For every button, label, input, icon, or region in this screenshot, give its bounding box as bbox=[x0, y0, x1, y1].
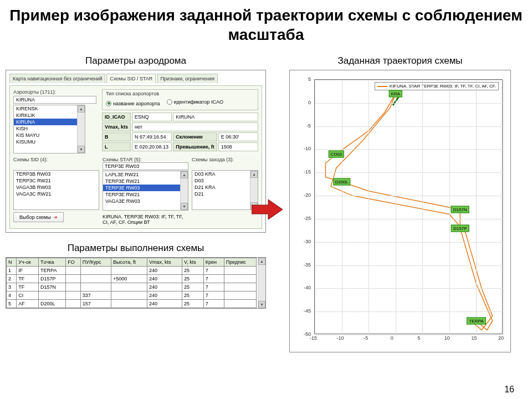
scroll-down-icon[interactable]: ▼ bbox=[78, 146, 85, 153]
choose-scheme-button[interactable]: Выбор схемы ➜ bbox=[13, 212, 64, 222]
list-item[interactable]: D03 KRA bbox=[192, 171, 258, 177]
table-cell: 4 bbox=[7, 291, 17, 300]
scroll-up-icon[interactable]: ▲ bbox=[78, 105, 85, 112]
table-row[interactable]: 5AFD200L157240257 bbox=[7, 300, 257, 308]
table-row[interactable]: 2TFD157P+5000240257 bbox=[7, 275, 257, 283]
sid-list[interactable]: TERP3B RW03 TERP3C RW21 VAGA3B RW03 VAGA… bbox=[13, 170, 99, 210]
scroll-down-icon[interactable]: ▼ bbox=[258, 301, 265, 308]
list-item[interactable]: TERP3B RW03 bbox=[14, 171, 99, 177]
x-tick-label: -10 bbox=[337, 335, 344, 341]
params-table-wrap: NУч-окТoчкаFOПУ/КурсВысота, ftVmax, ktsV… bbox=[6, 257, 266, 309]
table-cell: 25 bbox=[182, 291, 203, 300]
scrollbar[interactable]: ▲ ▼ bbox=[258, 258, 265, 308]
scrollbar[interactable]: ▲ ▼ bbox=[180, 171, 188, 210]
table-cell: D157P bbox=[39, 275, 66, 283]
waypoint-label: CD03 bbox=[329, 150, 344, 157]
x-tick-label: 20 bbox=[498, 335, 504, 341]
scrollbar[interactable]: ▲ ▼ bbox=[77, 105, 85, 153]
page-number: 16 bbox=[504, 385, 514, 395]
table-cell bbox=[66, 267, 80, 275]
table-row[interactable]: 1IFTERPA240257 bbox=[7, 267, 257, 275]
list-item[interactable]: KIRUNA bbox=[14, 119, 85, 125]
airport-top-field[interactable]: KIRUNA bbox=[13, 96, 96, 104]
table-header: Тoчка bbox=[39, 258, 66, 267]
list-item[interactable]: KISH bbox=[14, 125, 85, 132]
table-cell: 240 bbox=[147, 283, 182, 291]
waypoint-label: TERPA bbox=[467, 317, 485, 324]
params-table: NУч-окТoчкаFOПУ/КурсВысота, ftVmax, ktsV… bbox=[6, 258, 257, 308]
list-item[interactable]: D21 KRA bbox=[192, 184, 258, 191]
listtype-legend: Тип списка аэропортов bbox=[106, 91, 254, 96]
y-tick-label: 0 bbox=[294, 100, 311, 105]
list-item[interactable]: VAGA3E RW03 bbox=[103, 198, 188, 204]
y-tick-label: -15 bbox=[294, 169, 311, 175]
x-tick-label: 15 bbox=[471, 335, 477, 341]
y-tick-label: -5 bbox=[294, 123, 311, 129]
table-cell bbox=[111, 300, 147, 308]
radio-icon bbox=[106, 101, 111, 106]
table-cell: D157N bbox=[39, 283, 66, 291]
prev-value: 1508 bbox=[218, 142, 258, 151]
big-arrow-icon bbox=[252, 198, 284, 222]
table-cell: 3 bbox=[7, 283, 17, 291]
scroll-up-icon[interactable]: ▲ bbox=[250, 171, 258, 178]
scroll-up-icon[interactable]: ▲ bbox=[181, 171, 188, 178]
radio-icao[interactable]: идентификатор ICAO bbox=[167, 99, 223, 105]
y-tick-label: -50 bbox=[294, 331, 311, 337]
radio-name[interactable]: название аэропорта bbox=[106, 101, 160, 106]
table-row[interactable]: 3TFD157N240257 bbox=[7, 283, 257, 291]
y-tick-label: -35 bbox=[294, 262, 311, 268]
table-cell: +5000 bbox=[111, 275, 147, 283]
x-tick-label: 5 bbox=[417, 335, 420, 341]
airport-list[interactable]: KIRENSK KIRKLIK KIRUNA KISH KIS MAYU KIS… bbox=[13, 105, 85, 154]
table-header: Vmax, kts bbox=[147, 258, 182, 267]
list-item[interactable]: TERP3E RW21 bbox=[103, 191, 188, 198]
list-item[interactable]: KIRENSK bbox=[14, 105, 85, 112]
table-cell bbox=[224, 300, 256, 308]
list-item[interactable]: TERP3E RW21 bbox=[103, 178, 188, 185]
table-header: Предпис bbox=[224, 258, 256, 267]
tab-map[interactable]: Карта навигационная без ограничений bbox=[9, 74, 105, 83]
tab-sidstar[interactable]: Схемы SID / STAR bbox=[106, 74, 156, 83]
table-cell: IF bbox=[17, 267, 39, 275]
star-top-field[interactable]: TERP3E RW03 bbox=[103, 162, 188, 170]
x-tick-label: 10 bbox=[444, 335, 450, 341]
table-row[interactable]: 4CI337240257 bbox=[7, 291, 257, 300]
scroll-up-icon[interactable]: ▲ bbox=[258, 258, 265, 265]
exit-list[interactable]: D03 KRA D03 D21 KRA D21 ▲ ▼ bbox=[192, 170, 258, 210]
trajectory-title: Заданная траектория схемы bbox=[274, 55, 526, 66]
list-item[interactable]: D21 bbox=[192, 191, 258, 197]
listtype-fieldset: Тип списка аэропортов название аэропорта… bbox=[102, 89, 258, 110]
table-header: Крен bbox=[203, 258, 224, 267]
table-cell: 240 bbox=[147, 275, 182, 283]
table-cell: 1 bbox=[7, 267, 17, 275]
table-cell bbox=[80, 267, 111, 275]
b-label: B bbox=[102, 132, 131, 141]
list-item[interactable]: TERP3E RW03 bbox=[103, 185, 188, 191]
star-label: Схемы STAR (5): bbox=[103, 157, 188, 162]
tab-flags[interactable]: Признаки, ограничения bbox=[157, 74, 217, 83]
scroll-down-icon[interactable]: ▼ bbox=[181, 203, 188, 210]
star-list[interactable]: LAPL3E RW21 TERP3E RW21 TERP3E RW03 TERP… bbox=[103, 171, 188, 211]
table-cell: 7 bbox=[203, 291, 224, 300]
skl-label: Склонение bbox=[173, 132, 217, 141]
list-item[interactable]: KIS MAYU bbox=[14, 132, 85, 139]
list-item[interactable]: VAGA3B RW03 bbox=[14, 184, 99, 191]
table-cell: 337 bbox=[80, 291, 111, 300]
list-item[interactable]: KISUMU bbox=[14, 139, 85, 145]
l-value: E 020:20:08.13 bbox=[132, 142, 172, 151]
table-cell: CI bbox=[17, 291, 39, 300]
tabs: Карта навигационная без ограничений Схем… bbox=[9, 74, 262, 83]
table-cell: D200L bbox=[39, 300, 66, 308]
waypoint-label: D157N bbox=[451, 206, 469, 213]
waypoint-label: KRA bbox=[388, 90, 402, 98]
list-item[interactable]: D03 bbox=[192, 177, 258, 184]
list-item[interactable]: LAPL3E RW21 bbox=[103, 171, 188, 178]
table-cell bbox=[80, 283, 111, 291]
radio-label: идентификатор ICAO bbox=[174, 99, 223, 105]
table-cell: 25 bbox=[182, 267, 203, 275]
list-item[interactable]: KIRKLIK bbox=[14, 112, 85, 119]
list-item[interactable]: VAGA3C RW21 bbox=[14, 191, 99, 197]
l-label: L bbox=[102, 142, 131, 151]
list-item[interactable]: TERP3C RW21 bbox=[14, 177, 99, 184]
